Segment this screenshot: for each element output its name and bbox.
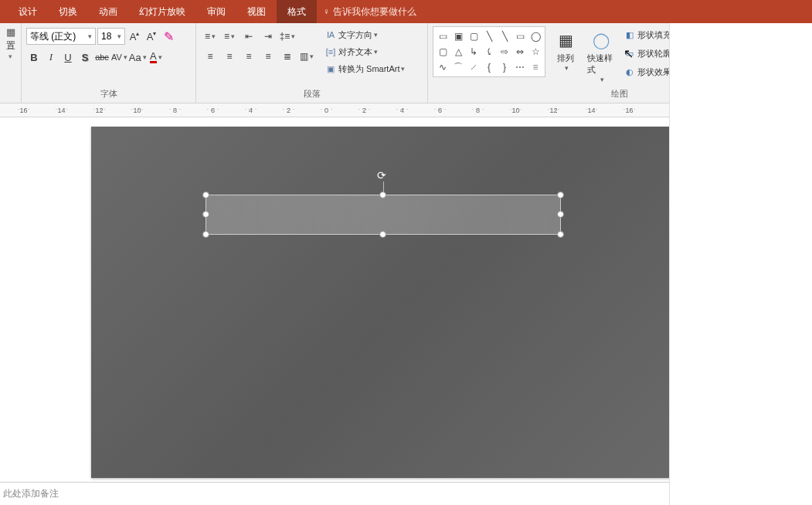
grow-font-button[interactable]: A▴ xyxy=(127,28,142,45)
chevron-down-icon: ▾ xyxy=(88,32,92,40)
slide[interactable]: ⟳ xyxy=(91,127,721,478)
smartart-icon: ▣ xyxy=(324,64,337,74)
shape-fill-icon: ◧ xyxy=(623,30,636,40)
shape-textbox-icon[interactable]: ▭ xyxy=(436,29,450,43)
tab-view[interactable]: 视图 xyxy=(236,0,277,24)
tab-format[interactable]: 格式 xyxy=(277,0,317,24)
group-reset: ▦ 置 ▾ xyxy=(0,23,22,103)
shape-effects-icon: ◐ xyxy=(623,67,636,77)
arrange-button[interactable]: ▦ 排列▾ xyxy=(550,26,581,73)
shape-fill-button[interactable]: ◧形状填充 xyxy=(621,26,674,43)
resize-handle-bm[interactable] xyxy=(379,231,386,238)
distribute-button[interactable]: ≣ xyxy=(278,48,297,65)
change-case-button[interactable]: Aa▾ xyxy=(129,49,147,66)
shape-triangle-icon[interactable]: △ xyxy=(451,45,465,59)
group-paragraph: ≡▾ ≡▾ ⇤ ⇥ ‡≡▾ ≡ ≡ ≡ ≡ ≣ ▥▾ ⅠA文字方向▾ [≡]对齐… xyxy=(196,23,428,103)
resize-handle-tm[interactable] xyxy=(379,191,386,198)
reset-label: 置 xyxy=(6,39,15,53)
font-size-combo[interactable]: 18▾ xyxy=(97,28,125,45)
arrange-icon: ▦ xyxy=(553,28,578,53)
shape-doublearrow-icon[interactable]: ⇔ xyxy=(513,45,527,59)
shape-more-icon[interactable]: ⋯ xyxy=(513,60,527,74)
shape-elbow-icon[interactable]: ↳ xyxy=(467,45,481,59)
quick-styles-icon: ◯ xyxy=(589,28,613,53)
numbering-button[interactable]: ≡▾ xyxy=(220,28,239,45)
convert-smartart-button[interactable]: ▣转换为 SmartArt▾ xyxy=(322,60,407,77)
tab-slideshow[interactable]: 幻灯片放映 xyxy=(128,0,196,24)
shape-outline-button[interactable]: ▭形状轮廓 xyxy=(621,45,674,62)
shape-oval-icon[interactable]: ◯ xyxy=(528,29,542,43)
bullets-button[interactable]: ≡▾ xyxy=(201,28,219,45)
align-right-button[interactable]: ≡ xyxy=(240,48,258,65)
tab-transitions[interactable]: 切换 xyxy=(48,0,88,24)
align-text-icon: [≡] xyxy=(324,47,337,56)
resize-handle-tr[interactable] xyxy=(557,191,564,198)
group-font: 等线 (正文)▾ 18▾ A▴ A▾ ✎ B I U S abc AV▾ Aa▾… xyxy=(22,23,196,103)
shape-freeform-icon[interactable]: ⟋ xyxy=(467,60,481,74)
tab-design[interactable]: 设计 xyxy=(8,0,48,24)
text-direction-icon: ⅠA xyxy=(324,30,337,40)
shape-star-icon[interactable]: ☆ xyxy=(528,45,542,59)
ribbon-tabs: 设计 切换 动画 幻灯片放映 审阅 视图 格式 ♀ 告诉我你想要做什么 xyxy=(0,0,812,23)
shape-line-icon[interactable]: ╲ xyxy=(482,29,496,43)
resize-handle-br[interactable] xyxy=(557,231,564,238)
align-text-button[interactable]: [≡]对齐文本▾ xyxy=(322,43,407,60)
shape-arc-icon[interactable]: ⌒ xyxy=(451,60,465,74)
tab-review[interactable]: 审阅 xyxy=(196,0,236,24)
strikethrough-button[interactable]: abc xyxy=(94,49,110,66)
text-direction-button[interactable]: ⅠA文字方向▾ xyxy=(322,26,407,43)
shape-lbrace-icon[interactable]: { xyxy=(482,60,496,74)
italic-button[interactable]: I xyxy=(43,49,59,66)
shapes-gallery[interactable]: ▭ ▣ ▢ ╲ ╲ ▭ ◯ ▢ △ ↳ ⤹ ⇨ ⇔ ☆ ∿ ⌒ ⟋ { } ⋯ xyxy=(433,26,545,77)
resize-handle-ml[interactable] xyxy=(202,211,209,218)
shape-outline-icon: ▭ xyxy=(623,49,636,59)
rotate-handle[interactable]: ⟳ xyxy=(377,169,389,181)
resize-handle-tl[interactable] xyxy=(202,191,209,198)
shape-curve-icon[interactable]: ⤹ xyxy=(482,45,496,59)
tab-animations[interactable]: 动画 xyxy=(88,0,128,24)
font-family-combo[interactable]: 等线 (正文)▾ xyxy=(26,28,96,45)
shape-effects-button[interactable]: ◐形状效果 xyxy=(621,63,674,80)
font-size-value: 18 xyxy=(101,31,111,42)
increase-indent-button[interactable]: ⇥ xyxy=(259,28,277,45)
resize-handle-bl[interactable] xyxy=(202,231,209,238)
bulb-icon: ♀ xyxy=(323,6,330,17)
shape-expand-icon[interactable]: ≡ xyxy=(528,60,542,74)
shape-rbrace-icon[interactable]: } xyxy=(498,60,511,74)
tell-me-search[interactable]: ♀ 告诉我你想要做什么 xyxy=(323,5,416,19)
font-group-label: 字体 xyxy=(22,86,195,103)
shape-rect-icon[interactable]: ▢ xyxy=(467,29,481,43)
decrease-indent-button[interactable]: ⇤ xyxy=(240,28,258,45)
shape-picture-icon[interactable]: ▣ xyxy=(451,29,465,43)
bold-button[interactable]: B xyxy=(26,49,42,66)
reset-icon: ▦ xyxy=(6,26,15,38)
clear-format-button[interactable]: ✎ xyxy=(161,28,176,45)
font-family-value: 等线 (正文) xyxy=(30,30,76,43)
line-spacing-button[interactable]: ‡≡▾ xyxy=(278,28,297,45)
shape-line2-icon[interactable]: ╲ xyxy=(498,29,511,43)
align-left-button[interactable]: ≡ xyxy=(201,48,219,65)
reset-button[interactable]: ▦ 置 ▾ xyxy=(0,23,21,63)
text-shadow-button[interactable]: S xyxy=(77,49,93,66)
shape-rect2-icon[interactable]: ▭ xyxy=(513,29,527,43)
underline-button[interactable]: U xyxy=(60,49,76,66)
shrink-font-button[interactable]: A▾ xyxy=(144,28,159,45)
right-blank-area xyxy=(669,23,812,505)
font-color-button[interactable]: A▾ xyxy=(148,49,164,66)
paragraph-group-label: 段落 xyxy=(196,86,427,103)
shape-wave-icon[interactable]: ∿ xyxy=(436,60,450,74)
char-spacing-button[interactable]: AV▾ xyxy=(111,49,127,66)
shape-arrow-icon[interactable]: ⇨ xyxy=(498,45,511,59)
resize-handle-mr[interactable] xyxy=(557,211,564,218)
tell-me-label: 告诉我你想要做什么 xyxy=(333,5,416,19)
quick-styles-button[interactable]: ◯ 快速样式▾ xyxy=(586,26,617,85)
notes-placeholder[interactable]: 此处添加备注 xyxy=(0,482,669,505)
columns-button[interactable]: ▥▾ xyxy=(297,48,316,65)
shape-roundrect-icon[interactable]: ▢ xyxy=(436,45,450,59)
align-center-button[interactable]: ≡ xyxy=(220,48,239,65)
dropdown-icon: ▾ xyxy=(8,53,12,60)
selected-text-box[interactable]: ⟳ xyxy=(206,195,561,235)
justify-button[interactable]: ≡ xyxy=(259,48,277,65)
chevron-down-icon: ▾ xyxy=(117,32,121,40)
